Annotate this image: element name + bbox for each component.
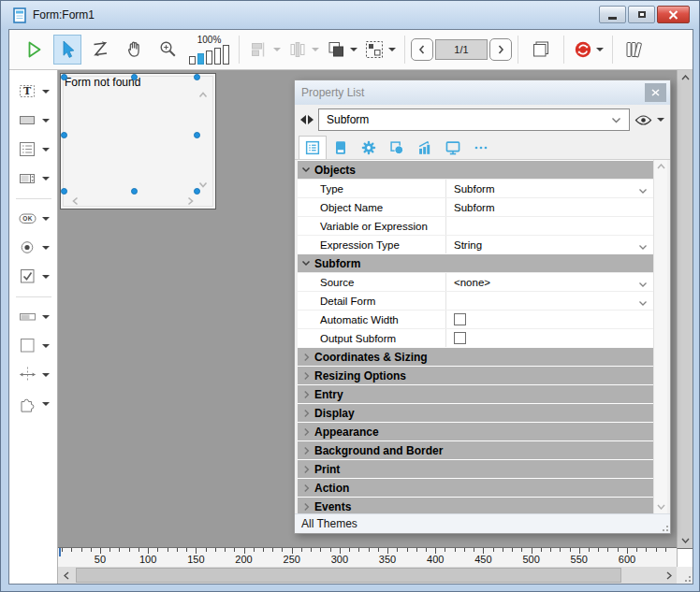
dropdown-arrow-icon[interactable] [42, 119, 50, 123]
panel-resize-grip[interactable] [659, 522, 668, 531]
previous-object-icon[interactable] [300, 115, 306, 124]
dropdown-arrow-icon[interactable] [42, 373, 50, 377]
dropdown-arrow-icon[interactable] [42, 177, 50, 180]
selection-handle[interactable] [194, 132, 200, 138]
scrollbar-track[interactable] [74, 567, 661, 584]
selection-handle[interactable] [61, 74, 67, 80]
dropdown-arrow-icon[interactable] [42, 275, 50, 279]
panel-close-button[interactable] [645, 83, 666, 102]
progress-bar-tool[interactable] [17, 306, 50, 328]
checkbox[interactable] [454, 332, 466, 344]
label-tool[interactable]: T [17, 80, 50, 103]
arrange-button[interactable] [325, 35, 357, 65]
dropdown-arrow-icon[interactable] [42, 217, 50, 221]
dropdown-arrow-icon[interactable] [42, 344, 50, 348]
property-value[interactable] [445, 310, 653, 328]
section-header-resizing-options[interactable]: Resizing Options [298, 366, 653, 384]
data-source-button[interactable] [573, 35, 604, 65]
title-bar[interactable]: Form:Form1 [1, 1, 699, 29]
section-header-print[interactable]: Print [298, 459, 653, 478]
property-row-detail-form[interactable]: Detail Form [298, 291, 653, 310]
close-button[interactable] [657, 6, 690, 23]
custom-control-tool[interactable] [17, 393, 50, 415]
section-header-display[interactable]: Display [298, 403, 653, 422]
scroll-down-icon[interactable] [654, 500, 667, 513]
section-header-subform[interactable]: Subform [298, 253, 653, 272]
subform-object[interactable]: Form not found [60, 73, 216, 209]
frame-tool[interactable] [17, 335, 50, 357]
dropdown-arrow-icon[interactable] [42, 90, 50, 94]
property-panel-titlebar[interactable]: Property List [295, 80, 670, 105]
run-preview-button[interactable] [20, 35, 48, 65]
minimize-button[interactable] [599, 6, 626, 23]
property-row-expression-type[interactable]: Expression TypeString [298, 235, 653, 253]
selection-handle[interactable] [131, 188, 138, 195]
selection-handle[interactable] [131, 74, 138, 80]
property-row-variable-or-expression[interactable]: Variable or Expression [298, 216, 653, 235]
canvas-horizontal-scrollbar[interactable] [58, 567, 677, 584]
object-selector-combobox[interactable]: Subform [318, 108, 630, 131]
data-tab[interactable] [327, 136, 355, 159]
dropdown-arrow-icon[interactable] [596, 48, 604, 51]
select-tool-button[interactable] [53, 35, 81, 65]
section-header-objects[interactable]: Objects [298, 160, 653, 179]
property-row-output-subform[interactable]: Output Subform [298, 328, 653, 347]
section-header-background-and-border[interactable]: Background and Border [298, 440, 653, 459]
chevron-down-icon[interactable] [638, 297, 648, 309]
dropdown-arrow-icon[interactable] [42, 402, 50, 406]
canvas-vertical-scrollbar[interactable] [677, 70, 693, 548]
property-row-type[interactable]: TypeSubform [298, 179, 653, 197]
zoom-level-control[interactable]: 100% [189, 35, 229, 65]
position-tool[interactable] [17, 364, 50, 386]
selection-handle[interactable] [194, 188, 200, 195]
section-header-action[interactable]: Action [298, 478, 653, 497]
pan-tool-button[interactable] [121, 35, 149, 65]
shapes-tab[interactable] [383, 136, 411, 159]
scroll-down-icon[interactable] [678, 533, 693, 548]
zoom-bars-icon[interactable] [189, 45, 229, 65]
properties-tab[interactable] [299, 136, 327, 159]
section-header-entry[interactable]: Entry [298, 384, 653, 403]
dropdown-arrow-icon[interactable] [42, 246, 50, 250]
scrollbar-thumb[interactable] [76, 568, 621, 583]
property-value[interactable] [445, 217, 653, 235]
chevron-down-icon[interactable] [638, 185, 648, 196]
edit-points-tool-button[interactable] [87, 35, 115, 65]
scroll-left-icon[interactable] [58, 567, 74, 584]
next-page-button[interactable] [489, 38, 512, 61]
property-row-automatic-width[interactable]: Automatic Width [298, 310, 653, 328]
selection-handle[interactable] [61, 132, 67, 138]
scroll-up-icon[interactable] [654, 160, 667, 173]
property-value[interactable] [445, 292, 653, 310]
radio-button-tool[interactable] [17, 237, 50, 259]
scroll-up-icon[interactable] [678, 70, 693, 85]
more-tab[interactable] [467, 136, 495, 159]
dropdown-arrow-icon[interactable] [657, 118, 664, 122]
property-value[interactable]: String [445, 236, 653, 253]
property-row-object-name[interactable]: Object NameSubform [298, 197, 653, 216]
zoom-tool-button[interactable] [154, 35, 182, 65]
property-value[interactable] [445, 329, 653, 347]
check-box-tool[interactable] [17, 266, 50, 288]
chevron-down-icon[interactable] [638, 279, 648, 290]
library-button[interactable] [621, 35, 649, 65]
chevron-down-icon[interactable] [638, 241, 648, 253]
object-navigation[interactable] [300, 115, 314, 124]
resize-grip[interactable] [677, 567, 693, 584]
display-tab[interactable] [439, 136, 467, 159]
dropdown-arrow-icon[interactable] [42, 315, 50, 319]
next-object-icon[interactable] [308, 115, 314, 124]
property-grid-scrollbar[interactable] [653, 160, 667, 513]
checkbox[interactable] [454, 313, 466, 325]
selection-handle[interactable] [194, 74, 200, 80]
button-tool[interactable]: OK [17, 208, 50, 230]
property-value[interactable]: <none> [445, 273, 653, 291]
section-header-events[interactable]: Events [298, 497, 653, 513]
chart-tab[interactable] [411, 136, 439, 159]
selection-mode-button[interactable] [363, 35, 396, 65]
visibility-filter-button[interactable] [634, 114, 664, 126]
section-header-coordinates-sizing[interactable]: Coordinates & Sizing [298, 347, 653, 366]
spin-edit-tool[interactable] [17, 167, 50, 190]
scroll-right-icon[interactable] [661, 567, 677, 584]
pages-button[interactable] [527, 35, 555, 65]
